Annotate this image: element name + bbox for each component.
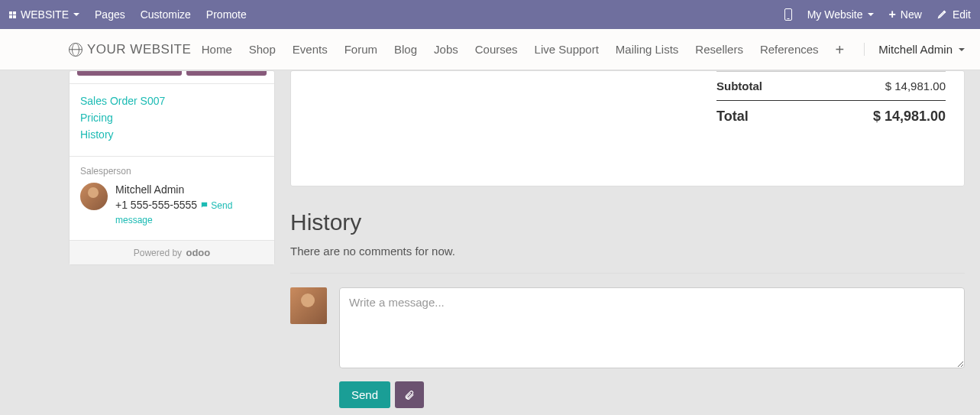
nav-references[interactable]: References	[760, 43, 819, 56]
subtotal-label: Subtotal	[716, 79, 762, 92]
avatar	[290, 287, 327, 324]
sidebar-action-button[interactable]	[77, 71, 182, 76]
odoo-logo: odoo	[186, 247, 210, 258]
nav-events[interactable]: Events	[293, 43, 328, 56]
sidebar-link-pricing[interactable]: Pricing	[80, 112, 264, 124]
avatar	[80, 183, 108, 210]
salesperson-name: Mitchell Admin	[115, 183, 264, 198]
new-label: New	[901, 8, 922, 21]
globe-icon	[69, 43, 82, 57]
user-name: Mitchell Admin	[878, 43, 953, 56]
nav-shop[interactable]: Shop	[249, 43, 276, 56]
edit-label: Edit	[953, 8, 971, 21]
nav-mailing-lists[interactable]: Mailing Lists	[616, 43, 679, 56]
total-label: Total	[716, 109, 749, 125]
nav-forum[interactable]: Forum	[344, 43, 377, 56]
apps-icon	[9, 11, 16, 18]
sidebar-action-button[interactable]	[186, 71, 267, 76]
website-dropdown[interactable]: WEBSITE	[9, 8, 79, 21]
salesperson-label: Salesperson	[80, 166, 264, 177]
pages-menu[interactable]: Pages	[95, 8, 125, 21]
nav-add-button[interactable]: +	[836, 42, 845, 57]
nav-blog[interactable]: Blog	[394, 43, 417, 56]
order-card: Subtotal $ 14,981.00 Total $ 14,981.00	[290, 70, 965, 186]
history-empty-message: There are no comments for now.	[290, 245, 965, 258]
total-row: Total $ 14,981.00	[716, 100, 946, 132]
nav-home[interactable]: Home	[202, 43, 232, 56]
edit-button[interactable]: Edit	[937, 8, 971, 21]
subtotal-value: $ 14,981.00	[885, 79, 946, 92]
brand-logo[interactable]: YOUR WEBSITE	[69, 42, 191, 57]
nav-resellers[interactable]: Resellers	[695, 43, 743, 56]
user-dropdown[interactable]: Mitchell Admin	[864, 43, 965, 56]
plus-icon: +	[889, 8, 896, 21]
pencil-icon	[937, 8, 948, 21]
sidebar: Sales Order S007 Pricing History Salespe…	[69, 70, 275, 265]
powered-by: Powered by odoo	[70, 240, 274, 264]
nav-courses[interactable]: Courses	[475, 43, 518, 56]
chevron-down-icon	[868, 13, 874, 16]
sidebar-link-history[interactable]: History	[80, 128, 264, 141]
divider	[290, 273, 965, 274]
nav-live-support[interactable]: Live Support	[535, 43, 599, 56]
my-website-label: My Website	[807, 8, 863, 21]
customize-menu[interactable]: Customize	[141, 8, 191, 21]
attach-button[interactable]	[395, 381, 424, 408]
new-button[interactable]: + New	[889, 8, 922, 21]
website-label: WEBSITE	[21, 8, 69, 21]
brand-text: YOUR WEBSITE	[87, 42, 191, 57]
history-title: History	[290, 209, 965, 235]
my-website-dropdown[interactable]: My Website	[807, 8, 874, 21]
chevron-down-icon	[73, 13, 79, 16]
promote-menu[interactable]: Promote	[206, 8, 247, 21]
mobile-preview-button[interactable]	[784, 8, 792, 21]
send-button[interactable]: Send	[339, 381, 390, 408]
paperclip-icon	[404, 390, 415, 400]
mobile-icon	[784, 8, 792, 21]
sidebar-link-order[interactable]: Sales Order S007	[80, 95, 264, 107]
salesperson-phone: +1 555-555-5555	[115, 199, 197, 211]
message-input[interactable]	[339, 287, 965, 368]
subtotal-row: Subtotal $ 14,981.00	[716, 71, 946, 100]
total-value: $ 14,981.00	[873, 109, 946, 125]
nav-jobs[interactable]: Jobs	[434, 43, 458, 56]
chevron-down-icon	[959, 48, 965, 51]
